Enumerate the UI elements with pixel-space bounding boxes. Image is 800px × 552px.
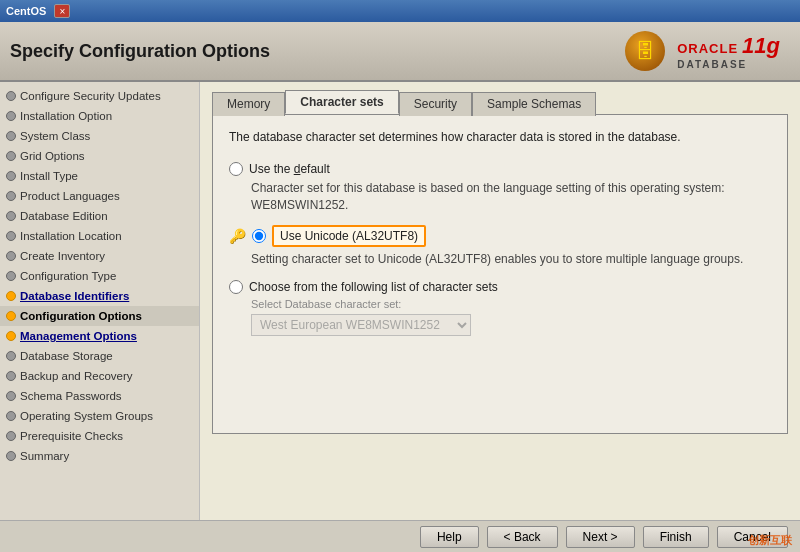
sidebar-item-summary[interactable]: Summary [0, 446, 199, 466]
unicode-option-box: Use Unicode (AL32UTF8) [272, 225, 426, 247]
sidebar-dot [6, 211, 16, 221]
sidebar-dot [6, 131, 16, 141]
sidebar-dot [6, 391, 16, 401]
tab-sample-schemas[interactable]: Sample Schemas [472, 92, 596, 116]
radio-use-unicode[interactable] [252, 229, 266, 243]
sidebar-dot [6, 231, 16, 241]
charset-select-dropdown[interactable]: West European WE8MSWIN1252 [251, 314, 471, 336]
sidebar-item-backup-recovery[interactable]: Backup and Recovery [0, 366, 199, 386]
charset-description: The database character set determines ho… [229, 129, 771, 146]
sidebar-dot [6, 291, 16, 301]
sidebar-item-installation-option[interactable]: Installation Option [0, 106, 199, 126]
lower-area [212, 434, 788, 494]
sidebar-dot [6, 91, 16, 101]
back-button[interactable]: < Back [487, 526, 558, 548]
oracle-logo: 🗄 ORACLE 11g DATABASE [625, 31, 780, 71]
radio-use-default[interactable] [229, 162, 243, 176]
tab-security[interactable]: Security [399, 92, 472, 116]
radio-default-sublabel: Character set for this database is based… [251, 180, 771, 214]
radio-choose-charset[interactable] [229, 280, 243, 294]
sidebar-item-product-languages[interactable]: Product Languages [0, 186, 199, 206]
tab-memory[interactable]: Memory [212, 92, 285, 116]
sidebar-item-database-storage[interactable]: Database Storage [0, 346, 199, 366]
bottom-bar: Help < Back Next > Finish Cancel [0, 520, 800, 552]
close-button[interactable]: × [54, 4, 70, 18]
content-area: Configure Security Updates Installation … [0, 82, 800, 520]
sidebar-item-prereq-checks[interactable]: Prerequisite Checks [0, 426, 199, 446]
charset-select-label: Select Database character set: [251, 298, 771, 310]
sidebar-item-install-type[interactable]: Install Type [0, 166, 199, 186]
sidebar-dot-filled [6, 311, 16, 321]
next-button[interactable]: Next > [566, 526, 635, 548]
sidebar-item-create-inventory[interactable]: Create Inventory [0, 246, 199, 266]
sidebar-dot [6, 411, 16, 421]
sidebar: Configure Security Updates Installation … [0, 82, 200, 520]
tab-bar: Memory Character sets Security Sample Sc… [212, 90, 788, 114]
tab-content-character-sets: The database character set determines ho… [212, 114, 788, 434]
sidebar-item-grid-options[interactable]: Grid Options [0, 146, 199, 166]
sidebar-item-configuration-type[interactable]: Configuration Type [0, 266, 199, 286]
sidebar-item-management-options[interactable]: Management Options [0, 326, 199, 346]
radio-group-default: Use the default Character set for this d… [229, 162, 771, 214]
help-button[interactable]: Help [420, 526, 479, 548]
watermark: 创新互联 [748, 533, 792, 548]
sidebar-item-os-groups[interactable]: Operating System Groups [0, 406, 199, 426]
sidebar-item-configure-security[interactable]: Configure Security Updates [0, 86, 199, 106]
sidebar-dot [6, 451, 16, 461]
sidebar-dot [6, 251, 16, 261]
oracle-sub-text: DATABASE [677, 59, 780, 70]
oracle-brand-text: ORACLE [677, 41, 738, 56]
sidebar-dot [6, 151, 16, 161]
radio-group-choose: Choose from the following list of charac… [229, 280, 771, 336]
title-bar: CentOS × [0, 0, 800, 22]
sidebar-item-configuration-options[interactable]: Configuration Options [0, 306, 199, 326]
sidebar-dot [6, 191, 16, 201]
tab-character-sets[interactable]: Character sets [285, 90, 398, 114]
sidebar-item-installation-location[interactable]: Installation Location [0, 226, 199, 246]
sidebar-dot [6, 371, 16, 381]
sidebar-dot [6, 431, 16, 441]
sidebar-dot [6, 351, 16, 361]
oracle-version-text: 11g [742, 33, 780, 59]
main-header: Specify Configuration Options 🗄 ORACLE 1… [0, 22, 800, 82]
radio-unicode-sublabel: Setting character set to Unicode (AL32UT… [251, 251, 771, 268]
sidebar-item-system-class[interactable]: System Class [0, 126, 199, 146]
sidebar-dot [6, 271, 16, 281]
sidebar-item-schema-passwords[interactable]: Schema Passwords [0, 386, 199, 406]
finish-button[interactable]: Finish [643, 526, 709, 548]
radio-group-unicode: 🔑 Use Unicode (AL32UTF8) Setting charact… [229, 225, 771, 268]
key-icon: 🔑 [229, 228, 246, 244]
main-panel: Memory Character sets Security Sample Sc… [200, 82, 800, 520]
sidebar-dot [6, 111, 16, 121]
sidebar-item-database-identifiers[interactable]: Database Identifiers [0, 286, 199, 306]
sidebar-item-database-edition[interactable]: Database Edition [0, 206, 199, 226]
title-bar-text: CentOS [6, 5, 46, 17]
page-title: Specify Configuration Options [10, 41, 270, 62]
sidebar-dot [6, 331, 16, 341]
oracle-db-icon: 🗄 [625, 31, 665, 71]
radio-choose-label: Choose from the following list of charac… [249, 280, 498, 294]
sidebar-dot [6, 171, 16, 181]
radio-default-label: Use the default [249, 162, 330, 176]
